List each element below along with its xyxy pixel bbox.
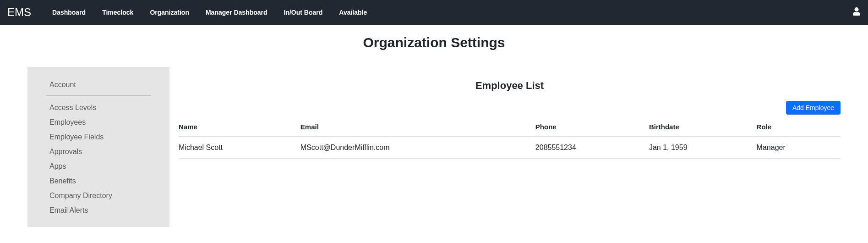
toolbar: Add Employee	[179, 101, 841, 115]
page-title: Organization Settings	[0, 35, 868, 50]
content-wrap: Account Access Levels Employees Employee…	[0, 67, 868, 227]
nav-item-manager-dashboard[interactable]: Manager Dashboard	[197, 4, 276, 21]
col-phone: Phone	[535, 119, 649, 137]
col-birthdate: Birthdate	[649, 119, 757, 137]
sidebar-item-approvals[interactable]: Approvals	[27, 144, 169, 159]
nav-item-dashboard[interactable]: Dashboard	[44, 4, 94, 21]
sidebar-item-employees[interactable]: Employees	[27, 115, 169, 130]
sidebar-item-access-levels[interactable]: Access Levels	[27, 100, 169, 115]
table-row[interactable]: Michael Scott MScott@DunderMifflin.com 2…	[179, 137, 841, 159]
nav-items: Dashboard Timeclock Organization Manager…	[44, 4, 375, 21]
nav-item-timeclock[interactable]: Timeclock	[94, 4, 142, 21]
sidebar-item-employee-fields[interactable]: Employee Fields	[27, 130, 169, 144]
sidebar-item-benefits[interactable]: Benefits	[27, 174, 169, 188]
nav-item-in-out-board[interactable]: In/Out Board	[276, 4, 331, 21]
settings-sidebar: Account Access Levels Employees Employee…	[27, 67, 169, 227]
top-navbar: EMS Dashboard Timeclock Organization Man…	[0, 0, 868, 25]
col-email: Email	[300, 119, 535, 137]
sidebar-divider	[46, 95, 151, 96]
col-role: Role	[757, 119, 841, 137]
sidebar-item-apps[interactable]: Apps	[27, 159, 169, 174]
nav-item-organization[interactable]: Organization	[142, 4, 197, 21]
cell-email: MScott@DunderMifflin.com	[300, 137, 535, 159]
employee-table: Name Email Phone Birthdate Role Michael …	[179, 119, 841, 159]
navbar-right	[852, 7, 861, 17]
cell-name: Michael Scott	[179, 137, 300, 159]
sidebar-item-company-directory[interactable]: Company Directory	[27, 188, 169, 203]
cell-phone: 2085551234	[535, 137, 649, 159]
cell-role: Manager	[757, 137, 841, 159]
sidebar-group-title: Account	[27, 76, 169, 94]
sidebar-item-email-alerts[interactable]: Email Alerts	[27, 203, 169, 218]
add-employee-button[interactable]: Add Employee	[786, 101, 841, 115]
main-content: Employee List Add Employee Name Email Ph…	[179, 67, 841, 227]
cell-birthdate: Jan 1, 1959	[649, 137, 757, 159]
user-icon[interactable]	[852, 9, 861, 17]
table-header-row: Name Email Phone Birthdate Role	[179, 119, 841, 137]
section-title: Employee List	[179, 80, 841, 92]
col-name: Name	[179, 119, 300, 137]
nav-item-available[interactable]: Available	[331, 4, 375, 21]
brand-link[interactable]: EMS	[7, 6, 31, 19]
